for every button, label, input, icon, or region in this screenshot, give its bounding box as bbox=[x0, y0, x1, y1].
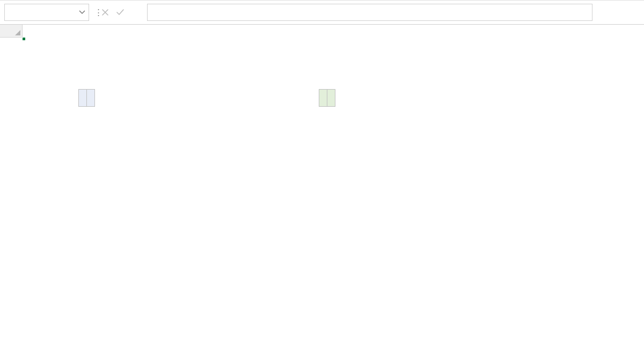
data-header-name[interactable] bbox=[79, 90, 87, 107]
insert-function-button[interactable] bbox=[128, 4, 143, 21]
spreadsheet bbox=[0, 25, 644, 38]
x-icon bbox=[101, 9, 109, 16]
chevron-down-icon bbox=[79, 9, 85, 16]
result-header-count[interactable] bbox=[327, 90, 335, 107]
name-box[interactable] bbox=[4, 4, 89, 21]
data-table bbox=[78, 89, 95, 107]
select-all-corner[interactable] bbox=[0, 25, 23, 38]
check-icon bbox=[116, 9, 125, 16]
page-title bbox=[78, 55, 218, 72]
active-cell-selection bbox=[23, 38, 25, 40]
result-table bbox=[319, 89, 335, 107]
result-header-bin[interactable] bbox=[319, 90, 327, 107]
data-header-score[interactable] bbox=[87, 90, 95, 107]
cancel-formula-button[interactable] bbox=[98, 4, 113, 21]
formula-bar: ⋮ bbox=[0, 0, 644, 25]
accept-formula-button[interactable] bbox=[113, 4, 128, 21]
formula-input[interactable] bbox=[147, 4, 592, 21]
fill-handle[interactable] bbox=[22, 37, 26, 41]
